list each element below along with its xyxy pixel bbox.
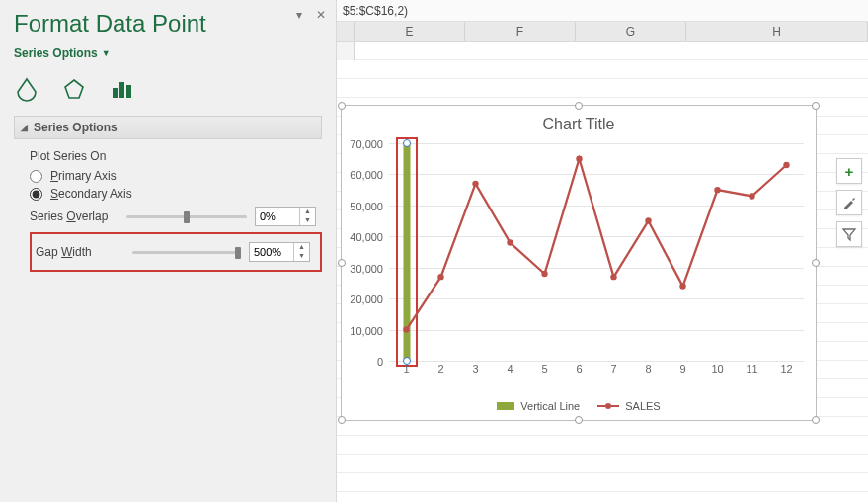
- x-tick-label: 4: [507, 363, 513, 375]
- column-header[interactable]: [337, 22, 355, 41]
- svg-rect-3: [126, 85, 131, 98]
- column-headers[interactable]: EFGH: [337, 22, 868, 42]
- primary-axis-radio[interactable]: Primary Axis: [30, 169, 322, 183]
- plot-area[interactable]: 010,00020,00030,00040,00050,00060,00070,…: [389, 143, 804, 361]
- gap-width-row: Gap Width ▲▼: [36, 242, 316, 262]
- series-overlap-slider[interactable]: [126, 209, 247, 223]
- selection-handle[interactable]: [812, 102, 820, 110]
- column-header[interactable]: G: [576, 22, 686, 41]
- gap-width-input[interactable]: [250, 243, 293, 261]
- x-tick-label: 6: [576, 363, 582, 375]
- svg-point-11: [645, 217, 651, 223]
- selection-handle[interactable]: [338, 259, 346, 267]
- y-tick-label: 60,000: [350, 169, 383, 181]
- x-tick-label: 7: [610, 363, 616, 375]
- y-tick-label: 10,000: [350, 325, 383, 337]
- step-up-icon[interactable]: ▲: [294, 243, 309, 252]
- series-options-dropdown[interactable]: Series Options ▼: [0, 46, 124, 68]
- close-icon[interactable]: ✕: [316, 8, 326, 22]
- chart-side-buttons: +: [836, 158, 862, 247]
- series-options-tab-icon[interactable]: [109, 76, 134, 102]
- selection-handle[interactable]: [575, 102, 583, 110]
- collapse-triangle-icon: ◢: [21, 123, 28, 132]
- series-overlap-input[interactable]: [256, 208, 299, 225]
- pane-menu-icon[interactable]: ▾: [296, 8, 302, 22]
- y-tick-label: 0: [377, 356, 383, 368]
- x-tick-label: 8: [645, 363, 651, 375]
- worksheet-area: $5:$C$16,2) EFGH Chart Title 010,00020,0…: [337, 0, 868, 502]
- series-overlap-label: Series Overlap: [30, 209, 118, 223]
- chart-legend[interactable]: Vertical Line SALES: [342, 400, 816, 412]
- column-header[interactable]: F: [465, 22, 576, 41]
- format-data-point-pane: Format Data Point ▾ ✕ Series Options ▼ ◢…: [0, 0, 337, 502]
- column-header[interactable]: E: [355, 22, 465, 41]
- legend-label: Vertical Line: [520, 400, 580, 412]
- gap-width-highlight: Gap Width ▲▼: [30, 232, 322, 272]
- step-down-icon[interactable]: ▼: [294, 252, 309, 261]
- sales-line-series[interactable]: [389, 143, 804, 361]
- section-title: Series Options: [34, 121, 118, 134]
- pane-title: Format Data Point: [14, 10, 322, 38]
- step-up-icon[interactable]: ▲: [300, 208, 315, 216]
- svg-point-8: [541, 271, 547, 277]
- chart-elements-button[interactable]: +: [836, 158, 862, 184]
- secondary-axis-label: Secondary Axis: [50, 187, 132, 201]
- chart-title[interactable]: Chart Title: [342, 106, 816, 137]
- selection-handle[interactable]: [338, 102, 346, 110]
- x-tick-label: 9: [679, 363, 685, 375]
- x-tick-label: 12: [780, 363, 792, 375]
- svg-point-15: [783, 162, 789, 168]
- x-tick-label: 10: [711, 363, 723, 375]
- y-tick-label: 30,000: [350, 263, 383, 275]
- secondary-axis-input[interactable]: [30, 188, 42, 201]
- svg-point-6: [472, 181, 478, 187]
- svg-point-4: [403, 326, 409, 332]
- row-header-stub: [337, 42, 355, 60]
- series-overlap-row: Series Overlap ▲▼: [30, 207, 322, 226]
- column-header[interactable]: H: [686, 22, 868, 41]
- svg-rect-1: [113, 88, 118, 98]
- svg-marker-0: [65, 80, 83, 98]
- series-options-section-header[interactable]: ◢ Series Options: [14, 116, 322, 139]
- series-overlap-spinner[interactable]: ▲▼: [255, 207, 316, 226]
- gap-width-label: Gap Width: [36, 245, 124, 259]
- selection-handle[interactable]: [575, 416, 583, 424]
- svg-point-13: [714, 187, 720, 193]
- y-tick-label: 20,000: [350, 293, 383, 305]
- formula-bar[interactable]: $5:$C$16,2): [337, 0, 868, 22]
- step-down-icon[interactable]: ▼: [300, 216, 315, 225]
- legend-swatch-bar: [497, 402, 514, 410]
- plot-series-on-label: Plot Series On: [30, 149, 322, 163]
- x-axis[interactable]: 123456789101112: [389, 363, 804, 378]
- legend-label: SALES: [625, 400, 660, 412]
- chart-styles-button[interactable]: [836, 190, 862, 215]
- svg-point-7: [507, 239, 513, 245]
- selection-handle[interactable]: [812, 416, 820, 424]
- y-tick-label: 50,000: [350, 201, 383, 212]
- chart-object[interactable]: Chart Title 010,00020,00030,00040,00050,…: [341, 105, 817, 421]
- pane-subtitle-label: Series Options: [14, 46, 98, 60]
- fill-line-tab-icon[interactable]: [14, 76, 39, 102]
- svg-rect-2: [119, 82, 124, 98]
- selection-handle[interactable]: [812, 259, 820, 267]
- y-tick-label: 70,000: [350, 138, 383, 150]
- x-tick-label: 11: [746, 363, 757, 375]
- x-tick-label: 3: [472, 363, 478, 375]
- primary-axis-input[interactable]: [30, 170, 42, 183]
- svg-point-5: [437, 274, 443, 280]
- gap-width-slider[interactable]: [132, 245, 241, 259]
- secondary-axis-radio[interactable]: Secondary Axis: [30, 187, 322, 201]
- x-tick-label: 5: [541, 363, 547, 375]
- x-tick-label: 1: [403, 363, 409, 375]
- legend-item-vertical-line[interactable]: Vertical Line: [497, 400, 580, 412]
- svg-point-14: [749, 193, 754, 199]
- y-tick-label: 40,000: [350, 231, 383, 243]
- legend-swatch-line: [597, 405, 619, 407]
- selection-handle[interactable]: [338, 416, 346, 424]
- effects-tab-icon[interactable]: [61, 76, 87, 102]
- gap-width-spinner[interactable]: ▲▼: [249, 242, 310, 262]
- legend-item-sales[interactable]: SALES: [597, 400, 660, 412]
- chart-filters-button[interactable]: [836, 221, 862, 247]
- primary-axis-label: Primary Axis: [50, 169, 117, 183]
- svg-point-9: [576, 156, 582, 162]
